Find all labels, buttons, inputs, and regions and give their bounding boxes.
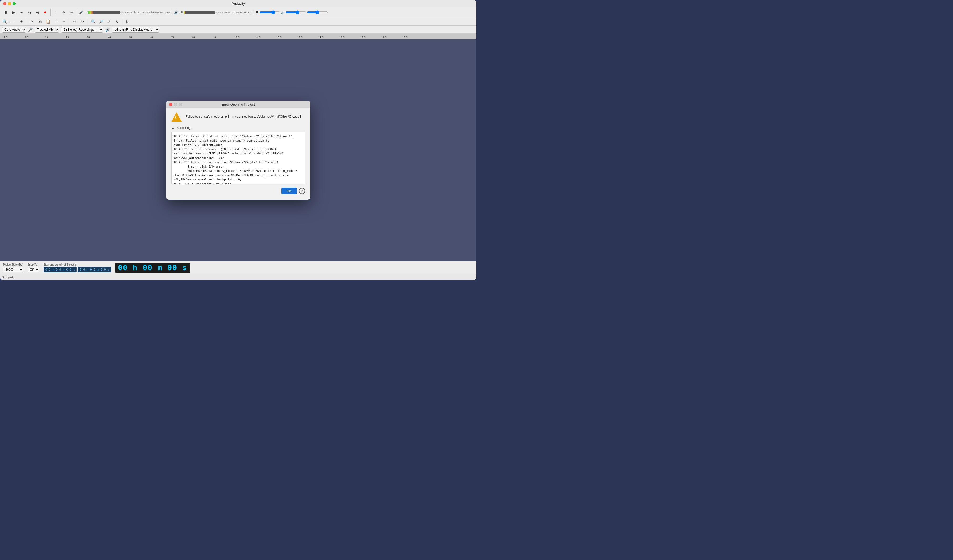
length-time-input[interactable]: 0 0 h 0 0 m 0 0 s [78,267,111,272]
output-level-meter [184,11,215,14]
device-bar: Core Audio 🎤 Treated Mic 2 (Stereo) Reco… [0,26,476,34]
silence-button[interactable]: ⊣ [60,18,68,25]
ruler-tick-label: 7.0 [171,36,175,38]
time-display: 00 h 00 m 00 s [115,263,190,273]
title-bar: Audacity [0,0,476,7]
speaker-icon: 🔊 [174,10,178,14]
status-bar: Stopped. [0,274,476,280]
mic-icon: 🎤 [79,10,83,14]
speed-slider[interactable] [307,10,328,14]
ruler-tick-label: 13.0 [297,36,302,38]
app-window: Audacity ⏸ ▶ ■ ⏮ ⏭ ● I ✎ ✏ 🎤 L R -54 -48… [0,0,476,280]
input-select[interactable]: Treated Mic [35,27,59,33]
draw-tool[interactable]: ✏ [68,9,75,16]
ruler-tick-label: 12.0 [276,36,281,38]
ruler-tick-label: 5.0 [129,36,133,38]
undo-button[interactable]: ↩ [71,18,78,25]
copy-button[interactable]: ⎘ [37,18,44,25]
log-area[interactable]: 10:49:12: Error: Could not parse file "/… [171,132,305,185]
envelope-tool[interactable]: ✎ [60,9,68,16]
tools-group: I ✎ ✏ [52,9,77,16]
dialog-footer: OK ? [171,188,305,195]
volume-group: 🎙 🔈 [256,10,329,14]
dialog-close-button[interactable] [169,103,172,106]
fit-width-button[interactable]: ↔ [10,18,17,25]
input-db-labels: -54 -48 -42 Click to Start Monitoring -1… [120,11,171,14]
speaker-device-icon: 🔊 [106,28,110,32]
speaker-vol-icon: 🔈 [281,11,285,14]
maximize-button[interactable] [12,2,16,5]
cut-button[interactable]: ✂ [29,18,36,25]
modal-overlay: Error Opening Project Failed to set safe… [0,39,476,261]
ruler-tick-label: 15.0 [339,36,344,38]
warning-icon [171,112,182,123]
output-level-label: L R [179,11,183,14]
skip-start-button[interactable]: ⏮ [26,9,33,16]
snap-to-select[interactable]: Off [28,267,39,272]
ruler-tick-label: 0.0 [25,36,28,38]
dialog-body: Failed to set safe mode on primary conne… [166,108,310,200]
dialog-title-bar: Error Opening Project [166,101,310,108]
input-meter-group: 🎤 L R -54 -48 -42 Click to Start Monitor… [79,10,172,14]
minimize-button[interactable] [8,2,11,5]
ruler-tick-label: 11.0 [255,36,260,38]
zoom-in-button[interactable]: 🔍+ [2,18,9,25]
project-rate-label: Project Rate (Hz) [3,263,23,266]
channel-select[interactable]: 2 (Stereo) Recording... [61,27,103,33]
multi-tool[interactable]: ✦ [18,18,25,25]
ruler-tick-label: 17.0 [382,36,386,38]
edit-group1: 🔍+ ↔ ✦ [2,18,27,25]
ruler-tick-label: 3.0 [87,36,91,38]
app-title: Audacity [232,2,245,6]
ruler-tick-label: 1.0 [45,36,49,38]
zoom-fit-btn[interactable]: ⤡ [113,18,121,25]
start-time-input[interactable]: 0 0 h 0 0 m 0 0 s [43,267,77,272]
stop-button[interactable]: ■ [18,9,25,16]
project-rate-select[interactable]: 96000 [3,267,23,272]
timeline-ruler: -1.0 0.0 1.0 2.0 3.0 4.0 5.0 6.0 7.0 8.0… [0,34,476,39]
ruler-tick-label: 8.0 [192,36,196,38]
ruler-tick-label: 2.0 [66,36,70,38]
ruler-tick-label: 9.0 [213,36,217,38]
log-content: 10:49:12: Error: Could not parse file "/… [174,134,303,185]
help-button[interactable]: ? [299,188,305,194]
zoom-in-btn2[interactable]: 🔍 [90,18,97,25]
zoom-sel-btn[interactable]: ⤢ [106,18,113,25]
input-volume-slider[interactable] [259,10,280,14]
status-text: Stopped. [2,276,14,279]
host-select[interactable]: Core Audio [2,27,26,33]
ruler-tick-label: 6.0 [150,36,154,38]
edit-group5: ▷ [124,18,133,25]
edit-group3: ↩ ↪ [71,18,88,25]
mic-device-icon: 🎤 [28,28,33,32]
output-select[interactable]: LG UltraFine Display Audio [112,27,159,33]
redo-button[interactable]: ↪ [79,18,86,25]
play-at-speed-btn[interactable]: ▷ [124,18,131,25]
dialog-message: Failed to set safe mode on primary conne… [185,112,301,119]
project-rate-field: Project Rate (Hz) 96000 [3,263,23,272]
paste-button[interactable]: 📋 [44,18,52,25]
input-level-label: L R [84,11,88,14]
ok-button[interactable]: OK [281,188,297,194]
show-log-toggle[interactable]: ▲ Show Log... [171,126,305,130]
zoom-out-btn[interactable]: 🔎 [98,18,105,25]
output-volume-slider[interactable] [285,10,306,14]
ruler-tick-label: 14.0 [318,36,323,38]
ruler-tick-label: -1.0 [3,36,7,38]
dialog-header-row: Failed to set safe mode on primary conne… [171,112,305,123]
selection-label: Start and Length of Selection [43,263,111,266]
error-dialog: Error Opening Project Failed to set safe… [166,101,310,200]
output-meter-group: 🔊 L R -54 -48 -42 -36 -30 -24 -18 -12 -6… [174,10,254,14]
skip-end-button[interactable]: ⏭ [34,9,41,16]
close-button[interactable] [3,2,6,5]
trim-button[interactable]: ⊢ [52,18,60,25]
ruler-tick-label: 4.0 [108,36,112,38]
selection-tool[interactable]: I [52,9,60,16]
traffic-lights [3,2,16,5]
play-button[interactable]: ▶ [10,9,17,16]
input-level-meter [88,11,120,14]
pause-button[interactable]: ⏸ [2,9,9,16]
ruler-tick-label: 18.0 [402,36,407,38]
ruler-tick-label: 10.0 [234,36,239,38]
record-button[interactable]: ● [42,9,49,16]
